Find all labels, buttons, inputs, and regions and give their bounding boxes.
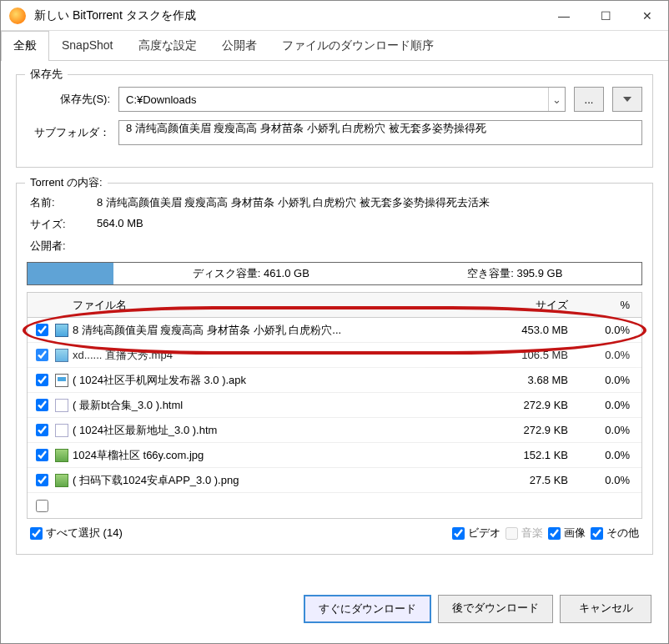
file-size: 3.68 MB — [488, 374, 580, 386]
file-name: xd...... 直播大秀.mp4 — [71, 348, 488, 363]
window-title: 新しい BitTorrent タスクを作成 — [34, 8, 543, 23]
download-now-button[interactable]: すぐにダウンロード — [304, 595, 431, 623]
file-row[interactable]: ( 1024社区手机网址发布器 3.0 ).apk 3.68 MB 0.0% — [28, 368, 641, 393]
tab-bar: 全般 SnapShot 高度な設定 公開者 ファイルのダウンロード順序 — [1, 31, 668, 61]
file-size: 272.9 KB — [488, 399, 580, 411]
file-name: ( 扫码下载1024安卓APP_3.0 ).png — [71, 473, 488, 488]
file-name: ( 1024社区最新地址_3.0 ).htm — [71, 423, 488, 438]
document-file-icon — [55, 399, 68, 412]
triangle-down-icon — [623, 97, 631, 102]
save-legend: 保存先 — [25, 67, 68, 82]
video-file-icon — [55, 349, 68, 362]
video-file-icon — [55, 324, 68, 337]
dialog-window: 新しい BitTorrent タスクを作成 — ☐ ✕ 全般 SnapShot … — [0, 0, 669, 644]
file-row[interactable]: ( 最新bt合集_3.0 ).html 272.9 KB 0.0% — [28, 393, 641, 418]
download-later-button[interactable]: 後でダウンロード — [438, 595, 553, 623]
filter-image[interactable]: 画像 — [548, 526, 586, 541]
filter-music: 音楽 — [506, 526, 543, 541]
disk-free-text: 空き容量: 395.9 GB — [467, 266, 562, 281]
file-pct: 0.0% — [580, 424, 638, 436]
file-pct: 0.0% — [580, 349, 638, 361]
col-name-header[interactable]: ファイル名 — [71, 298, 488, 313]
file-name: ( 1024社区手机网址发布器 3.0 ).apk — [71, 373, 488, 388]
dialog-button-row: すぐにダウンロード 後でダウンロード キャンセル — [1, 583, 668, 635]
file-list-header: ファイル名 サイズ % — [28, 293, 641, 318]
file-row[interactable]: ( 扫码下载1024安卓APP_3.0 ).png 27.5 KB 0.0% — [28, 468, 641, 493]
select-all-checkbox[interactable]: すべて選択 (14) — [30, 526, 123, 541]
publisher-value — [97, 239, 642, 254]
disk-usage-bar: ディスク容量: 461.0 GB 空き容量: 395.9 GB — [27, 262, 642, 285]
file-pct: 0.0% — [580, 399, 638, 411]
filter-row: すべて選択 (14) ビデオ 音楽 画像 その他 — [27, 519, 642, 541]
file-size: 152.1 KB — [488, 449, 580, 461]
disk-used-segment — [28, 263, 113, 284]
tab-general[interactable]: 全般 — [1, 31, 49, 61]
name-value: 8 清纯高颜值美眉 瘦瘦高高 身材苗条 小娇乳 白虎粉穴 被无套多姿势操得死去活… — [97, 195, 642, 210]
dest-label: 保存先(S): — [27, 92, 110, 107]
file-checkbox[interactable] — [36, 500, 48, 512]
dest-dropdown-button[interactable] — [612, 87, 642, 112]
apk-file-icon — [55, 374, 68, 387]
file-checkbox[interactable] — [36, 474, 48, 486]
filter-video[interactable]: ビデオ — [452, 526, 500, 541]
file-checkbox[interactable] — [36, 324, 48, 336]
file-size: 27.5 KB — [488, 474, 580, 486]
publisher-label: 公開者: — [30, 239, 97, 254]
file-pct: 0.0% — [580, 324, 638, 336]
name-label: 名前: — [30, 195, 97, 210]
col-size-header[interactable]: サイズ — [488, 298, 580, 313]
file-pct: 0.0% — [580, 474, 638, 486]
file-row[interactable]: xd...... 直播大秀.mp4 106.5 MB 0.0% — [28, 343, 641, 368]
file-checkbox[interactable] — [36, 399, 48, 411]
file-row[interactable]: 8 清纯高颜值美眉 瘦瘦高高 身材苗条 小娇乳 白虎粉穴... 453.0 MB… — [28, 318, 641, 343]
file-pct: 0.0% — [580, 374, 638, 386]
subfolder-label: サブフォルダ： — [27, 125, 110, 140]
file-checkbox[interactable] — [36, 449, 48, 461]
size-label: サイズ: — [30, 217, 97, 232]
image-file-icon — [55, 474, 68, 487]
file-row[interactable]: 1024草榴社区 t66y.com.jpg 152.1 KB 0.0% — [28, 443, 641, 468]
filter-other[interactable]: その他 — [591, 526, 639, 541]
dest-combo[interactable]: C:¥Downloads ⌄ — [118, 87, 566, 112]
save-destination-group: 保存先 保存先(S): C:¥Downloads ⌄ ... サブフォルダ： 8… — [16, 74, 653, 168]
titlebar: 新しい BitTorrent タスクを作成 — ☐ ✕ — [1, 1, 668, 31]
file-checkbox[interactable] — [36, 374, 48, 386]
file-size: 106.5 MB — [488, 349, 580, 361]
chevron-down-icon[interactable]: ⌄ — [548, 88, 565, 111]
subfolder-input[interactable]: 8 清纯高颜值美眉 瘦瘦高高 身材苗条 小娇乳 白虎粉穴 被无套多姿势操得死 — [118, 120, 642, 145]
app-icon — [9, 8, 26, 24]
torrent-content-group: Torrent の内容: 名前: 8 清纯高颜值美眉 瘦瘦高高 身材苗条 小娇乳… — [16, 183, 653, 555]
file-checkbox[interactable] — [36, 424, 48, 436]
tab-snapshot[interactable]: SnapShot — [49, 31, 126, 60]
torrent-legend: Torrent の内容: — [25, 175, 108, 190]
col-pct-header[interactable]: % — [580, 299, 638, 311]
image-file-icon — [55, 449, 68, 462]
tab-advanced[interactable]: 高度な設定 — [126, 31, 209, 60]
close-button[interactable]: ✕ — [626, 1, 668, 30]
tab-order[interactable]: ファイルのダウンロード順序 — [269, 31, 446, 60]
size-value: 564.0 MB — [97, 217, 642, 232]
file-size: 453.0 MB — [488, 324, 580, 336]
dest-value: C:¥Downloads — [119, 93, 548, 106]
file-row[interactable]: ( 1024社区最新地址_3.0 ).htm 272.9 KB 0.0% — [28, 418, 641, 443]
minimize-button[interactable]: — — [543, 1, 585, 30]
file-name: 8 清纯高颜值美眉 瘦瘦高高 身材苗条 小娇乳 白虎粉穴... — [71, 323, 488, 338]
maximize-button[interactable]: ☐ — [585, 1, 626, 30]
tab-publisher[interactable]: 公開者 — [209, 31, 269, 60]
document-file-icon — [55, 424, 68, 437]
file-checkbox[interactable] — [36, 349, 48, 361]
file-name: 1024草榴社区 t66y.com.jpg — [71, 448, 488, 463]
disk-capacity-text: ディスク容量: 461.0 GB — [193, 266, 309, 281]
file-size: 272.9 KB — [488, 424, 580, 436]
cancel-button[interactable]: キャンセル — [560, 595, 651, 623]
file-list-table: ファイル名 サイズ % 8 清纯高颜值美眉 瘦瘦高高 身材苗条 小娇乳 白虎粉穴… — [27, 292, 642, 519]
file-row-blank — [28, 493, 641, 518]
file-name: ( 最新bt合集_3.0 ).html — [71, 398, 488, 413]
browse-button[interactable]: ... — [574, 87, 604, 112]
file-pct: 0.0% — [580, 449, 638, 461]
